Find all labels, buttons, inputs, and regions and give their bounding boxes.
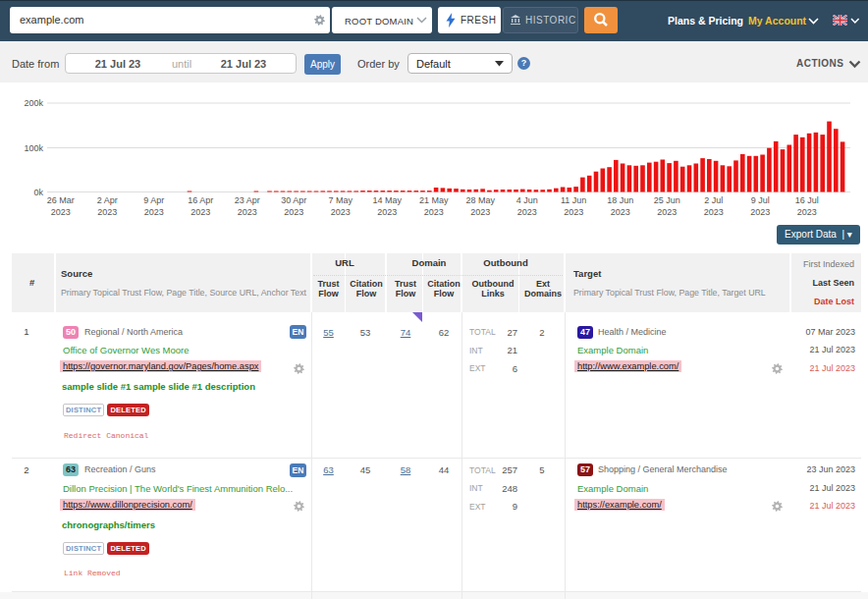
svg-text:30 Apr: 30 Apr [281,195,306,205]
svg-text:28 May: 28 May [465,195,495,205]
svg-text:7 May: 7 May [328,195,353,205]
svg-text:2023: 2023 [611,207,630,217]
svg-text:2 Jul: 2 Jul [704,195,723,205]
svg-text:21 May: 21 May [419,195,449,205]
svg-text:4 Jun: 4 Jun [516,195,538,205]
svg-text:9 Apr: 9 Apr [143,195,164,205]
svg-text:16 Apr: 16 Apr [188,195,213,205]
svg-text:2023: 2023 [284,207,303,217]
svg-text:2023: 2023 [144,207,164,217]
svg-text:23 Apr: 23 Apr [235,195,260,205]
svg-text:2023: 2023 [704,207,724,217]
svg-text:2023: 2023 [517,207,537,217]
svg-text:2023: 2023 [190,207,210,217]
svg-text:16 Jul: 16 Jul [795,195,819,205]
svg-text:2023: 2023 [238,207,257,217]
svg-text:2023: 2023 [424,207,444,217]
svg-text:9 Jul: 9 Jul [751,195,770,205]
svg-text:200k: 200k [24,98,43,108]
svg-text:2023: 2023 [331,207,351,217]
svg-text:2023: 2023 [377,207,397,217]
svg-text:2 Apr: 2 Apr [97,195,118,205]
svg-text:18 Jun: 18 Jun [607,195,633,205]
svg-text:2023: 2023 [97,207,117,217]
svg-text:2023: 2023 [51,207,71,217]
svg-text:100k: 100k [24,143,43,153]
svg-text:26 Mar: 26 Mar [47,195,75,205]
svg-text:2023: 2023 [470,207,490,217]
svg-text:11 Jun: 11 Jun [561,195,586,205]
svg-text:2023: 2023 [750,207,770,217]
svg-text:2023: 2023 [564,207,583,217]
svg-text:25 Jun: 25 Jun [654,195,680,205]
svg-text:0k: 0k [33,188,43,197]
svg-text:2023: 2023 [797,207,817,217]
svg-text:2023: 2023 [657,207,677,217]
svg-text:14 May: 14 May [372,195,402,205]
